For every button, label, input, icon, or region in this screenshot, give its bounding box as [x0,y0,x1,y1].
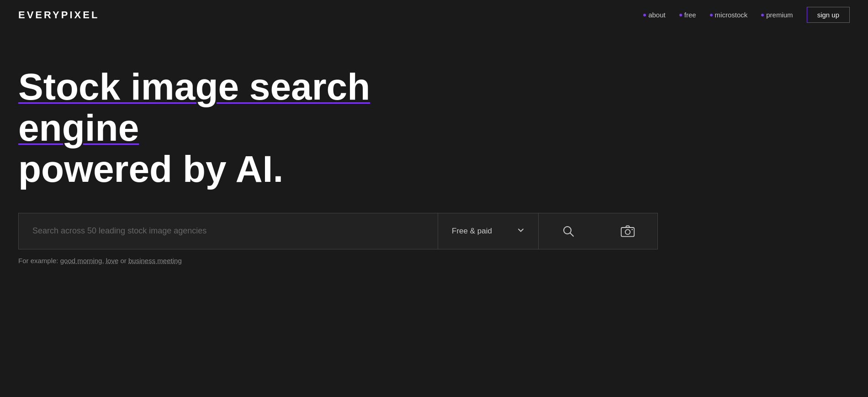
search-bar: Free & paid [18,213,658,249]
chevron-down-icon [517,227,524,235]
nav-item-premium[interactable]: premium [761,11,793,19]
search-button[interactable] [539,213,598,249]
main-nav: about free microstock premium sign up [643,7,850,23]
search-icon [562,225,575,238]
example-link-business-meeting[interactable]: business meeting [128,257,182,265]
nav-dot-icon [710,14,713,16]
camera-button[interactable] [598,213,657,249]
example-text: For example: good morning, love or busin… [18,257,850,265]
svg-line-1 [571,233,574,236]
nav-dot-icon [679,14,682,16]
search-input-wrapper [19,213,438,249]
svg-point-4 [631,229,633,230]
example-link-good-morning[interactable]: good morning [60,257,102,265]
site-header: EVERYPIXEL about free microstock premium… [0,0,868,30]
hero-title-line2: powered by AI. [18,148,283,190]
svg-point-0 [564,227,571,234]
svg-point-3 [625,229,630,234]
camera-icon [620,224,635,238]
svg-rect-2 [621,228,634,237]
nav-dot-icon [643,14,646,16]
logo[interactable]: EVERYPIXEL [18,9,99,21]
nav-item-about[interactable]: about [643,11,666,19]
nav-item-free[interactable]: free [679,11,696,19]
filter-dropdown[interactable]: Free & paid [438,213,539,249]
main-content: Stock image search engine powered by AI.… [0,30,868,283]
filter-label: Free & paid [452,227,492,236]
nav-item-microstock[interactable]: microstock [710,11,748,19]
nav-dot-icon [761,14,764,16]
hero-title-line1: Stock image search engine [18,66,370,148]
example-link-love[interactable]: love [106,257,119,265]
signup-button[interactable]: sign up [807,7,850,23]
hero-title: Stock image search engine powered by AI. [18,66,457,190]
search-input[interactable] [19,213,438,249]
